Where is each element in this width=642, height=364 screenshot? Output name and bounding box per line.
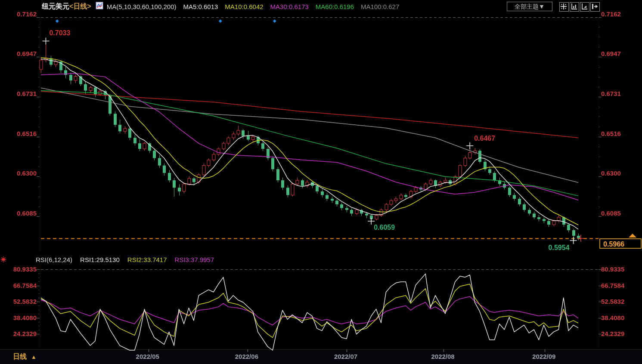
price-axis-label-right: 0.6085 xyxy=(601,210,641,217)
annotation-low-1: 0.6059 xyxy=(374,224,395,231)
rsi-axis-label-right: 66.7584 xyxy=(601,282,641,289)
rsi-axis-label-right: 52.5832 xyxy=(601,298,641,305)
crosshair-move-button[interactable] xyxy=(559,2,569,12)
ma5-value-label: MA5:0.6013 xyxy=(183,3,218,10)
ma30-value-label: MA30:0.6173 xyxy=(270,3,309,10)
date-label: 2022/05 xyxy=(136,353,159,360)
date-label: 2022/09 xyxy=(532,353,555,360)
line-chart-icon xyxy=(96,2,103,11)
last-price-tag: 0.5966 xyxy=(599,238,642,249)
price-up-arrow-icon xyxy=(629,234,636,238)
annotation-high-2: 0.6467 xyxy=(474,135,495,142)
time-axis-row: 日线▲ 2022/05 2022/06 2022/07 2022/08 2022… xyxy=(0,349,642,364)
ma100-value-label: MA100:0.627 xyxy=(361,3,399,10)
annotation-low-2: 0.5954 xyxy=(549,244,570,252)
annotation-high-1: 0.7033 xyxy=(49,29,70,37)
rsi-axis-label-left: 52.5832 xyxy=(0,298,37,305)
price-axis-label-right: 0.6516 xyxy=(601,130,641,137)
ma60-value-label: MA60:0.6196 xyxy=(316,3,354,10)
caret-down-icon: ▼ xyxy=(539,3,545,10)
rsi1-value-label: RSI1:29.5130 xyxy=(80,256,120,263)
symbol-title: 纽元美元 xyxy=(42,2,69,11)
triangle-up-icon: ▲ xyxy=(31,354,37,360)
theme-select-button[interactable]: 全部主题▼ xyxy=(507,2,552,11)
rsi3-value-label: RSI3:37.9957 xyxy=(175,256,214,263)
scale-left-icon xyxy=(570,3,578,10)
scale-right-icon xyxy=(580,3,588,10)
alert-burst-icon xyxy=(0,256,7,265)
rsi-axis-label-right: 80.9335 xyxy=(601,265,641,273)
period-label: 日线 xyxy=(13,353,27,360)
price-chart-canvas[interactable] xyxy=(0,0,642,364)
date-label: 2022/08 xyxy=(431,353,454,360)
rsi-axis-label-right: 38.4080 xyxy=(601,314,641,321)
price-axis-label-left: 0.6731 xyxy=(0,90,37,97)
rsi-axis-label-left: 38.4080 xyxy=(0,314,37,321)
price-axis-label-right: 0.6947 xyxy=(601,50,641,57)
price-axis-label-right: 0.6731 xyxy=(601,90,641,97)
pane-shift-button[interactable] xyxy=(590,2,600,12)
ma10-value-label: MA10:0.6042 xyxy=(225,3,263,10)
crosshair-move-icon xyxy=(560,3,568,10)
period-selector[interactable]: 日线▲ xyxy=(13,352,37,361)
period-tag: <日线> xyxy=(69,2,91,11)
price-axis-label-left: 0.6085 xyxy=(0,210,37,217)
date-label: 2022/06 xyxy=(235,353,258,360)
pane-shift-icon xyxy=(591,3,599,10)
rsi-header: RSI(6,12,24) RSI1:29.5130 RSI2:33.7417 R… xyxy=(36,254,222,265)
rsi-settings-label: RSI(6,12,24) xyxy=(36,256,72,263)
scale-left-button[interactable] xyxy=(570,2,579,12)
price-axis-label-right: 0.6300 xyxy=(601,170,641,177)
rsi2-value-label: RSI2:33.7417 xyxy=(127,256,167,263)
scale-right-button[interactable] xyxy=(580,2,589,12)
rsi-axis-label-left: 66.7584 xyxy=(0,282,37,289)
price-axis-label-left: 0.6300 xyxy=(0,170,37,177)
price-axis-label-left: 0.6516 xyxy=(0,130,37,137)
rsi-axis-label-left: 24.2329 xyxy=(0,330,37,337)
rsi-axis-label-right: 24.2329 xyxy=(601,330,641,337)
chart-window: 纽元美元 <日线> MA(5,10,30,60,100,200) MA5:0.6… xyxy=(0,0,642,364)
theme-select-label: 全部主题 xyxy=(515,3,539,10)
date-label: 2022/07 xyxy=(334,353,357,360)
price-axis-label-left: 0.6947 xyxy=(0,50,37,57)
rsi-axis-label-left: 80.9335 xyxy=(0,265,37,273)
ma-settings-label: MA(5,10,30,60,100,200) xyxy=(107,3,177,10)
